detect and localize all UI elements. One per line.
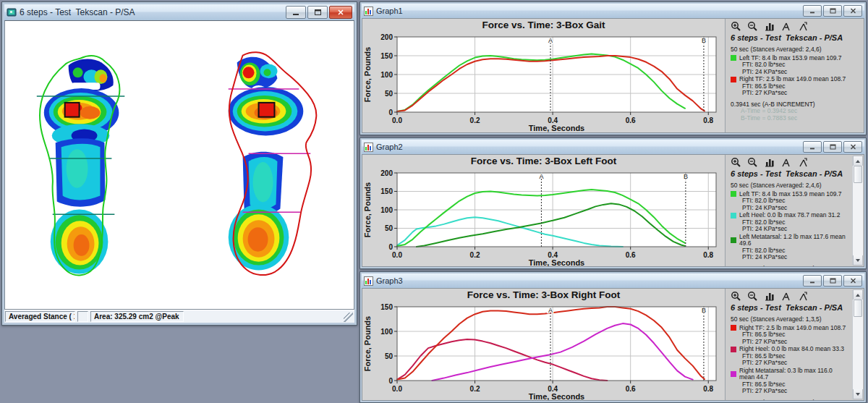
svg-text:B: B bbox=[702, 307, 706, 314]
force-time-chart[interactable]: AB0501001502000.00.20.40.60.8Force, Poun… bbox=[362, 31, 725, 132]
chart-title: Force vs. Time: 3-Box Right Foot bbox=[362, 289, 725, 301]
b-time-line: B-Time = 0.7883 sec bbox=[741, 115, 860, 122]
scrollbar-thumb[interactable] bbox=[854, 166, 862, 183]
legend-toolbar bbox=[731, 157, 849, 168]
resize-grip[interactable] bbox=[344, 313, 353, 322]
chart-title: Force vs. Time: 3-Box Left Foot bbox=[362, 155, 725, 167]
legend-pti-value: PTI: 24 KPa*sec bbox=[742, 205, 849, 212]
maximize-button[interactable] bbox=[307, 6, 328, 19]
zoom-in-icon[interactable] bbox=[731, 21, 741, 32]
legend-panel: 6 steps - Test Tekscan - P/SA50 sec (Sta… bbox=[725, 19, 864, 132]
legend-color-swatch bbox=[731, 347, 736, 352]
graph-window-title: Graph2 bbox=[376, 143, 800, 151]
scroll-up-button[interactable] bbox=[853, 156, 863, 166]
probe-b-icon[interactable] bbox=[797, 157, 808, 168]
graph-window-titlebar[interactable]: Graph1 bbox=[362, 4, 864, 18]
status-area: Area: 325.29 cm2 @Peak bbox=[90, 311, 184, 322]
chart-title: Force vs. Time: 3-Box Gait bbox=[362, 19, 725, 31]
close-button[interactable] bbox=[843, 141, 862, 153]
zoom-in-icon[interactable] bbox=[731, 291, 741, 302]
graph1-window: Graph1Force vs. Time: 3-Box GaitAB050100… bbox=[359, 1, 867, 135]
stance-window-titlebar[interactable]: 6 steps - Test Tekscan - P/SA bbox=[4, 4, 354, 20]
svg-text:0.6: 0.6 bbox=[626, 251, 636, 259]
graph-window-title: Graph1 bbox=[376, 7, 800, 15]
svg-text:100: 100 bbox=[380, 71, 393, 79]
close-button[interactable] bbox=[843, 5, 862, 17]
svg-text:50: 50 bbox=[385, 224, 393, 232]
svg-text:0.2: 0.2 bbox=[470, 385, 480, 393]
left-foot-heatmap[interactable] bbox=[37, 56, 124, 275]
legend-color-swatch bbox=[731, 325, 736, 331]
legend-color-swatch bbox=[731, 191, 736, 197]
legend-scrollbar[interactable] bbox=[852, 156, 863, 266]
svg-text:Force, Pounds: Force, Pounds bbox=[363, 47, 372, 102]
right-foot-heatmap[interactable] bbox=[229, 52, 317, 275]
zoom-out-icon[interactable] bbox=[747, 291, 758, 302]
maximize-button[interactable] bbox=[823, 275, 842, 287]
scroll-down-button[interactable] bbox=[853, 389, 863, 399]
svg-text:0: 0 bbox=[388, 377, 393, 385]
graph2-window: Graph2Force vs. Time: 3-Box Left FootAB0… bbox=[359, 137, 867, 269]
legend-stances-line: 50 sec (Stances Averaged: 2,4,6) bbox=[731, 46, 860, 54]
force-time-chart[interactable]: AB0501001502000.00.20.40.60.8Force, Poun… bbox=[362, 167, 725, 266]
svg-text:Time, Seconds: Time, Seconds bbox=[529, 124, 584, 132]
scroll-up-arrow-icon bbox=[856, 294, 860, 297]
legend-color-swatch bbox=[731, 213, 736, 219]
zoom-out-icon[interactable] bbox=[747, 157, 758, 168]
legend-toolbar bbox=[731, 291, 849, 302]
legend-color-swatch bbox=[731, 77, 736, 82]
close-button[interactable] bbox=[329, 6, 352, 19]
minimize-button[interactable] bbox=[803, 141, 822, 153]
zoom-out-icon[interactable] bbox=[747, 21, 758, 32]
probe-b-icon[interactable] bbox=[797, 291, 808, 302]
zoom-in-icon[interactable] bbox=[731, 157, 741, 168]
svg-text:A: A bbox=[548, 307, 553, 314]
legend-entry-label: Right Metatarsal: 0.3 lb max 116.0 mean … bbox=[739, 368, 849, 381]
scrollbar-thumb[interactable] bbox=[854, 300, 862, 317]
svg-text:Force, Pounds: Force, Pounds bbox=[363, 316, 372, 371]
graph-client-area: Force vs. Time: 3-Box Right FootAB050100… bbox=[362, 288, 864, 401]
maximize-button[interactable] bbox=[823, 5, 842, 17]
svg-text:0.0: 0.0 bbox=[392, 385, 402, 393]
force-time-chart[interactable]: AB0501001500.00.20.40.60.8Force, PoundsT… bbox=[362, 301, 725, 400]
bar-chart-icon[interactable] bbox=[764, 21, 775, 32]
graph3-window: Graph3Force vs. Time: 3-Box Right FootAB… bbox=[359, 271, 867, 403]
legend-pti-value: PTI: 27 KPa*sec bbox=[742, 388, 849, 395]
probe-a-icon[interactable] bbox=[780, 21, 791, 32]
legend-pti-value: PTI: 27 KPa*sec bbox=[742, 360, 849, 367]
stance-window: 6 steps - Test Tekscan - P/SA bbox=[1, 1, 357, 326]
minimize-button[interactable] bbox=[803, 5, 822, 17]
scroll-down-arrow-icon bbox=[856, 393, 860, 396]
graph-window-titlebar[interactable]: Graph2 bbox=[362, 140, 864, 154]
bar-chart-icon[interactable] bbox=[764, 157, 775, 168]
probe-b-icon[interactable] bbox=[797, 21, 808, 32]
maximize-button[interactable] bbox=[823, 141, 842, 153]
bar-chart-icon[interactable] bbox=[764, 291, 775, 302]
scroll-up-arrow-icon bbox=[856, 160, 860, 163]
left-foot-selection-marker[interactable] bbox=[65, 103, 80, 117]
svg-text:50: 50 bbox=[385, 90, 393, 98]
status-bar: Averaged Stance ( 1 - 6 ) Area: 325.29 c… bbox=[4, 310, 354, 323]
legend-pti-value: PTI: 27 KPa*sec bbox=[742, 339, 849, 346]
legend-scrollbar[interactable] bbox=[852, 289, 863, 399]
right-foot-selection-marker[interactable] bbox=[259, 103, 275, 117]
svg-text:100: 100 bbox=[380, 206, 393, 214]
graph-window-titlebar[interactable]: Graph3 bbox=[362, 273, 864, 288]
graph-window-title: Graph3 bbox=[376, 276, 800, 285]
probe-a-icon[interactable] bbox=[780, 157, 791, 168]
probe-a-icon[interactable] bbox=[780, 291, 791, 302]
minimize-button[interactable] bbox=[286, 6, 306, 19]
svg-text:B: B bbox=[684, 173, 688, 180]
ab-increment-line: 0.3709 sec (A-B INCREMENT) bbox=[731, 266, 849, 267]
svg-text:Time, Seconds: Time, Seconds bbox=[529, 258, 584, 266]
svg-text:0.6: 0.6 bbox=[626, 385, 636, 393]
pressure-map-canvas[interactable] bbox=[4, 20, 354, 310]
close-button[interactable] bbox=[843, 275, 862, 287]
minimize-button[interactable] bbox=[803, 275, 822, 287]
scroll-up-button[interactable] bbox=[853, 289, 863, 300]
scroll-down-button[interactable] bbox=[853, 255, 863, 266]
svg-text:0.6: 0.6 bbox=[626, 116, 636, 124]
svg-text:Time, Seconds: Time, Seconds bbox=[529, 392, 584, 400]
graph-client-area: Force vs. Time: 3-Box GaitAB050100150200… bbox=[362, 18, 864, 133]
svg-text:B: B bbox=[702, 37, 706, 44]
